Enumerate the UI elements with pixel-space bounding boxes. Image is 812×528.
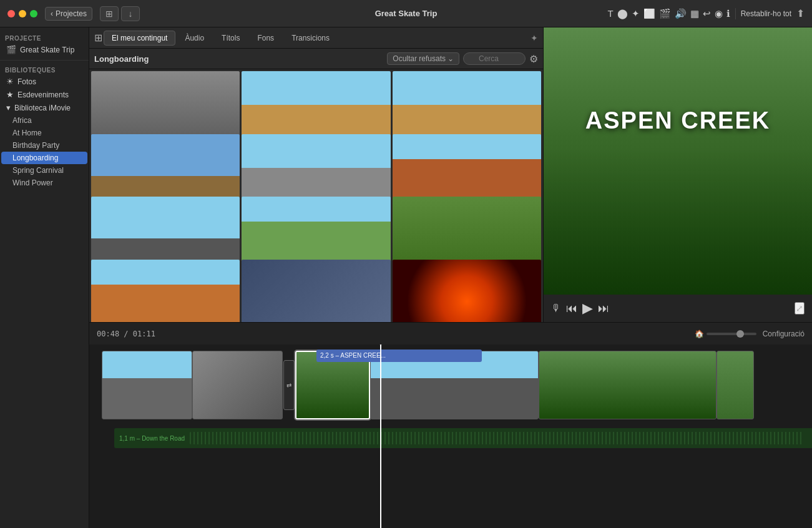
zoom-slider[interactable]: 🏠	[695, 330, 756, 338]
audio-track-wrapper: 1,1 m – Down the Road	[102, 428, 812, 448]
share-button[interactable]: ⬆	[796, 7, 805, 19]
photos-label: Fotos	[17, 77, 36, 86]
settings-icon[interactable]: ⚙	[529, 53, 538, 65]
sidebar-item-longboarding[interactable]: Longboarding	[1, 152, 87, 164]
clip-2[interactable]	[192, 351, 283, 419]
360-tool-icon[interactable]: ◉	[715, 8, 723, 19]
projects-button[interactable]: ‹ Projectes	[45, 7, 92, 21]
media-toolbar-right: Ocultar refusats ⌄ 🔍 ⚙	[387, 52, 538, 65]
sidebar-item-events[interactable]: ★ Esdeveniments	[1, 88, 87, 101]
filter-tool-icon[interactable]: ✦	[632, 8, 640, 19]
window-title: Great Skate Trip	[375, 9, 438, 18]
clip-6[interactable]	[717, 351, 754, 419]
project-name: Great Skate Trip	[20, 46, 74, 54]
thumb-scene	[91, 260, 240, 323]
imovie-library-label: Biblioteca iMovie	[14, 104, 71, 112]
star-icon: ★	[6, 90, 14, 99]
audio-label: 1,1 m – Down the Road	[119, 435, 185, 442]
content-area: ⊞ El meu contingut Àudio Títols Fons Tra…	[89, 27, 812, 528]
search-input[interactable]	[463, 52, 526, 65]
tab-audio[interactable]: Àudio	[177, 31, 212, 46]
wand-icon[interactable]: ✦	[531, 33, 538, 43]
speed-tool-icon[interactable]: ▦	[690, 8, 699, 19]
fullscreen-button[interactable]: ⤢	[795, 302, 805, 315]
timeline-tracks[interactable]: 2,2 s – ASPEN CREE... ⇄	[89, 345, 812, 528]
playhead-triangle	[376, 345, 385, 346]
sidebar-item-spring-carnival[interactable]: Spring Carnival	[1, 164, 87, 177]
rewind-button[interactable]: ⏮	[566, 302, 577, 315]
thumbnail-item[interactable]	[393, 260, 541, 323]
film-icon: 🎬	[6, 45, 16, 54]
thumb-scene	[393, 260, 541, 323]
titlebar: ‹ Projectes ⊞ ↓ Great Skate Trip T ⬤ ✦ ⬜…	[0, 0, 812, 27]
tab-transitions[interactable]: Transicions	[283, 31, 338, 46]
info-icon[interactable]: ℹ	[726, 8, 730, 19]
close-button[interactable]	[7, 10, 15, 17]
clip-5[interactable]	[539, 351, 717, 419]
crop-tool-icon[interactable]: ⬜	[643, 8, 655, 19]
transition-marker[interactable]: ⇄	[283, 351, 295, 419]
tab-backgrounds[interactable]: Fons	[249, 31, 282, 46]
chevron-down-icon: ▾	[6, 103, 11, 112]
search-wrapper: 🔍	[463, 52, 526, 65]
media-tabs: ⊞ El meu contingut Àudio Títols Fons Tra…	[89, 27, 543, 49]
color-tool-icon[interactable]: ⬤	[617, 8, 628, 19]
sidebar-item-imovie-library[interactable]: ▾ Biblioteca iMovie	[1, 101, 87, 114]
mic-button[interactable]: 🎙	[551, 303, 561, 314]
clip-1[interactable]	[102, 351, 192, 419]
hide-rejected-button[interactable]: Ocultar refusats ⌄	[387, 52, 459, 65]
sidebar-item-at-home[interactable]: At Home	[1, 127, 87, 139]
sidebar-divider	[0, 60, 89, 61]
events-label: Esdeveniments	[17, 90, 69, 99]
sidebar-item-africa[interactable]: Africa	[1, 114, 87, 127]
preview-controls: 🎙 ⏮ ▶ ⏭ ⤢	[544, 295, 812, 322]
preview-title-text: ASPEN CREEK	[585, 107, 771, 134]
thumbnail-grid: 11,5 s	[89, 69, 543, 322]
tracks-inner: 2,2 s – ASPEN CREE... ⇄	[89, 345, 812, 528]
timeline-controls: 🏠 Configuració	[695, 330, 805, 338]
fullscreen-button[interactable]	[30, 10, 37, 17]
titlebar-right: T ⬤ ✦ ⬜ 🎬 🔊 ▦ ↩ ◉ ℹ Restablir-ho tot ⬆	[607, 7, 812, 19]
preview-overlay	[544, 148, 812, 295]
audio-track[interactable]: 1,1 m – Down the Road	[114, 428, 812, 448]
thumbnail-item[interactable]	[242, 260, 390, 323]
title-clip[interactable]: 2,2 s – ASPEN CREE...	[316, 350, 482, 362]
tab-my-content[interactable]: El meu contingut	[104, 31, 175, 46]
stabilize-tool-icon[interactable]: ↩	[703, 8, 711, 19]
zoom-out-icon[interactable]: 🏠	[695, 330, 704, 338]
sidebar-item-photos[interactable]: ☀ Fotos	[1, 75, 87, 88]
traffic-lights	[0, 10, 45, 17]
media-toolbar: Longboarding Ocultar refusats ⌄ 🔍 ⚙	[89, 49, 543, 69]
preview-area: ASPEN CREEK 🎙 ⏮ ▶ ⏭ ⤢	[544, 27, 812, 322]
libraries-section-label: BIBLIOTEQUES	[0, 64, 89, 75]
media-browser-title: Longboarding	[94, 54, 382, 64]
main-layout: PROJECTE 🎬 Great Skate Trip BIBLIOTEQUES…	[0, 27, 812, 528]
sidebar-item-wind-power[interactable]: Wind Power	[1, 177, 87, 189]
project-section-label: PROJECTE	[0, 32, 89, 43]
tab-titles[interactable]: Títols	[213, 31, 248, 46]
zoom-track	[707, 333, 756, 335]
sidebar-item-birthday-party[interactable]: Birthday Party	[1, 139, 87, 152]
minimize-button[interactable]	[19, 10, 26, 17]
media-grid-view-button[interactable]: ⊞	[94, 32, 102, 44]
text-tool-icon[interactable]: T	[607, 8, 613, 19]
audio-waveform	[190, 432, 803, 444]
import-button[interactable]: ↓	[121, 6, 140, 21]
config-button[interactable]: Configuració	[763, 330, 805, 338]
clip-icon-camera: ⬜	[303, 351, 314, 352]
sidebar-item-project[interactable]: 🎬 Great Skate Trip	[1, 43, 87, 56]
volume-tool-icon[interactable]: 🔊	[675, 8, 687, 19]
thumbnail-item[interactable]	[91, 260, 240, 323]
playhead[interactable]	[380, 345, 381, 528]
camera-tool-icon[interactable]: 🎬	[659, 8, 671, 19]
play-button[interactable]: ▶	[582, 300, 593, 316]
sun-icon: ☀	[6, 77, 14, 86]
grid-view-button[interactable]: ⊞	[100, 6, 119, 21]
timeline-area: 2,2 s – ASPEN CREE... ⇄	[89, 345, 812, 528]
top-section: ⊞ El meu contingut Àudio Títols Fons Tra…	[89, 27, 812, 322]
forward-button[interactable]: ⏭	[598, 302, 609, 315]
timecode: 00:48 / 01:11	[97, 330, 155, 338]
media-browser: ⊞ El meu contingut Àudio Títols Fons Tra…	[89, 27, 544, 322]
reset-all-button[interactable]: Restablir-ho tot	[741, 9, 791, 18]
chevron-down-icon: ⌄	[448, 54, 454, 63]
